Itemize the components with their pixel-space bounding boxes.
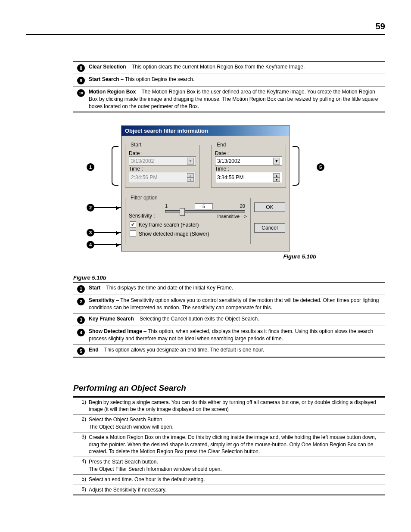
spinner-icon[interactable]: ▲▼ <box>273 173 280 182</box>
step-text: Select an end time. One hour is the defa… <box>89 476 385 483</box>
end-legend: End <box>215 142 227 148</box>
callout-3: 3 <box>87 229 94 236</box>
start-date-label: Date : <box>129 150 143 156</box>
marker-4: 4 <box>77 329 85 336</box>
end-date-label: Date : <box>215 150 229 156</box>
bracket-icon <box>112 146 118 186</box>
show-detected-checkbox[interactable] <box>130 230 136 237</box>
end-time-field[interactable]: 3:34:56 PM ▲▼ <box>215 172 282 183</box>
def-row: 9 Start Search – This option Begins the … <box>73 74 385 86</box>
step-num: 6) <box>73 486 89 494</box>
callout-2: 2 <box>87 204 94 212</box>
def-text: Start Search – This option Begins the se… <box>89 76 385 84</box>
callout-1: 1 <box>87 163 94 171</box>
step-text: Adjust the Sensitivity if necessary. <box>89 486 385 494</box>
def-text: Start – This displays the time and date … <box>89 284 385 293</box>
def-row: 8 Clear Selection – This option clears t… <box>73 61 385 74</box>
figure-caption-top: Figure 5.10b <box>26 253 385 260</box>
def-text: Show Detected Image – This option, when … <box>89 328 385 342</box>
section-title: Performing an Object Search <box>73 383 385 393</box>
scale-high: 20 <box>240 203 245 209</box>
dropdown-icon[interactable]: ▼ <box>187 158 194 165</box>
step-text: Select the Object Search Button. The Obj… <box>89 416 385 431</box>
start-date-field[interactable]: 3/13/2002 ▼ <box>129 156 196 166</box>
callout-4: 4 <box>87 241 94 249</box>
sensitivity-label: Sensitivity : <box>129 213 159 219</box>
end-fieldset: End Date : 3/13/2002 ▼ Time : 3:34:56 PM… <box>211 142 286 188</box>
filter-legend: Filter option <box>129 195 159 201</box>
scale-low: 1 <box>165 203 168 209</box>
def-text: Motion Region Box – The Motion Region Bo… <box>89 88 385 110</box>
step-text: Begin by selecting a single camera. You … <box>89 399 385 414</box>
filter-fieldset: Filter option Sensitivity : 1 5 20 Insen… <box>125 195 251 244</box>
step-num: 1) <box>73 399 89 414</box>
ok-button[interactable]: OK <box>254 202 285 212</box>
start-time-field[interactable]: 2:34:56 PM ▲▼ <box>129 172 196 183</box>
def-row: 10 Motion Region Box – The Motion Region… <box>73 86 385 112</box>
marker-3: 3 <box>77 316 85 324</box>
figure-caption-bottom: Figure 5.10b <box>73 274 385 281</box>
def-text: Clear Selection – This option clears the… <box>89 63 385 72</box>
definitions-top: 8 Clear Selection – This option clears t… <box>73 61 385 112</box>
end-time-value: 3:34:56 PM <box>217 174 243 180</box>
start-time-value: 2:34:56 PM <box>131 174 157 180</box>
show-detected-label: Show detected image (Slower) <box>139 231 209 237</box>
step-num: 2) <box>73 416 89 431</box>
step-num: 3) <box>73 434 89 455</box>
marker-2: 2 <box>77 298 85 305</box>
marker-9: 9 <box>77 77 85 84</box>
marker-8: 8 <box>77 64 85 72</box>
bracket-icon <box>293 146 299 186</box>
start-time-label: Time : <box>129 166 143 172</box>
sensitivity-slider[interactable]: 1 5 20 Insensitive --> <box>163 203 247 219</box>
end-time-label: Time : <box>215 166 229 172</box>
scale-mid: 5 <box>195 203 213 209</box>
start-fieldset: Start Date : 3/13/2002 ▼ Time : 2:34:56 … <box>125 142 200 188</box>
insensitive-label: Insensitive --> <box>163 214 247 219</box>
end-date-value: 3/13/2002 <box>217 158 240 164</box>
step-num: 4) <box>73 458 89 473</box>
dropdown-icon[interactable]: ▼ <box>273 158 280 165</box>
callouts-right: 5 <box>290 125 324 252</box>
end-date-field[interactable]: 3/13/2002 ▼ <box>215 156 282 166</box>
marker-5: 5 <box>77 347 85 355</box>
object-search-dialog: Object search filter information Start D… <box>121 125 290 252</box>
keyframe-label: Key frame search (Faster) <box>139 222 199 228</box>
marker-1: 1 <box>77 285 85 293</box>
steps-list: 1)Begin by selecting a single camera. Yo… <box>73 396 385 496</box>
cancel-button[interactable]: Cancel <box>254 223 285 233</box>
spinner-icon[interactable]: ▲▼ <box>187 173 194 182</box>
start-legend: Start <box>129 142 143 148</box>
slider-thumb[interactable] <box>180 208 185 216</box>
dialog-title: Object search filter information <box>121 126 290 136</box>
callout-5: 5 <box>317 163 324 171</box>
step-num: 5) <box>73 476 89 483</box>
def-text: Sensitivity – The Sensitivity option all… <box>89 297 385 311</box>
def-text: Key Frame Search – Selecting the Cancel … <box>89 315 385 324</box>
step-text: Press the Start Search button. The Objec… <box>89 458 385 473</box>
def-text: End – This option allows you designate a… <box>89 346 385 355</box>
dialog-figure: 1 2 3 4 Object search filter information… <box>26 125 385 252</box>
marker-10: 10 <box>77 89 85 97</box>
definitions-bottom: 1 Start – This displays the time and dat… <box>73 282 385 357</box>
page-number: 59 <box>26 22 385 35</box>
keyframe-checkbox[interactable]: ✔ <box>130 221 136 228</box>
callouts-left: 1 2 3 4 <box>87 125 121 252</box>
start-date-value: 3/13/2002 <box>131 158 154 164</box>
step-text: Create a Motion Region Box on the image.… <box>89 434 385 455</box>
